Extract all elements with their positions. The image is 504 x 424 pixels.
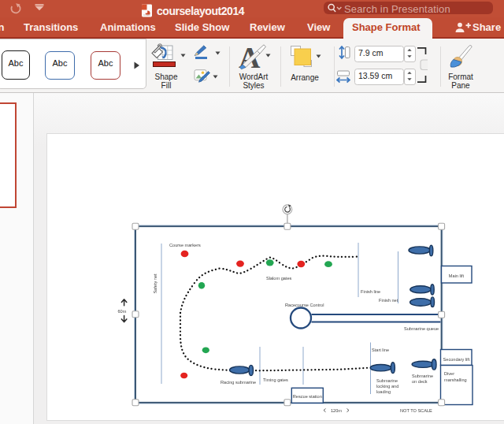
svg-text:Submarine queue: Submarine queue <box>404 326 439 331</box>
svg-text:Finish net: Finish net <box>379 298 398 303</box>
svg-text:60m: 60m <box>118 309 127 314</box>
svg-text:marshalling: marshalling <box>444 378 467 382</box>
svg-text:120m: 120m <box>331 408 342 413</box>
svg-text:Submarine: Submarine <box>412 374 433 378</box>
svg-text:Main lift: Main lift <box>449 273 465 278</box>
svg-text:loading: loading <box>376 389 391 394</box>
svg-text:Racecourse Control: Racecourse Control <box>285 303 324 307</box>
svg-text:Start line: Start line <box>372 348 389 352</box>
svg-text:Safety net: Safety net <box>153 273 158 294</box>
svg-text:Timing gates: Timing gates <box>263 378 288 382</box>
svg-text:Rescue station: Rescue station <box>293 394 322 399</box>
svg-text:Secondary lift: Secondary lift <box>443 357 470 362</box>
svg-text:Submarine: Submarine <box>376 378 398 383</box>
svg-text:Racing submarine: Racing submarine <box>220 380 256 385</box>
svg-text:Diver: Diver <box>444 371 454 376</box>
svg-text:locking and: locking and <box>376 384 398 389</box>
svg-text:NOT TO SCALE: NOT TO SCALE <box>400 408 432 413</box>
svg-text:Finish line: Finish line <box>361 289 380 294</box>
svg-text:Course markers: Course markers <box>169 243 201 247</box>
svg-text:on deck: on deck <box>412 379 428 384</box>
svg-text:Slalom gates: Slalom gates <box>266 276 292 281</box>
